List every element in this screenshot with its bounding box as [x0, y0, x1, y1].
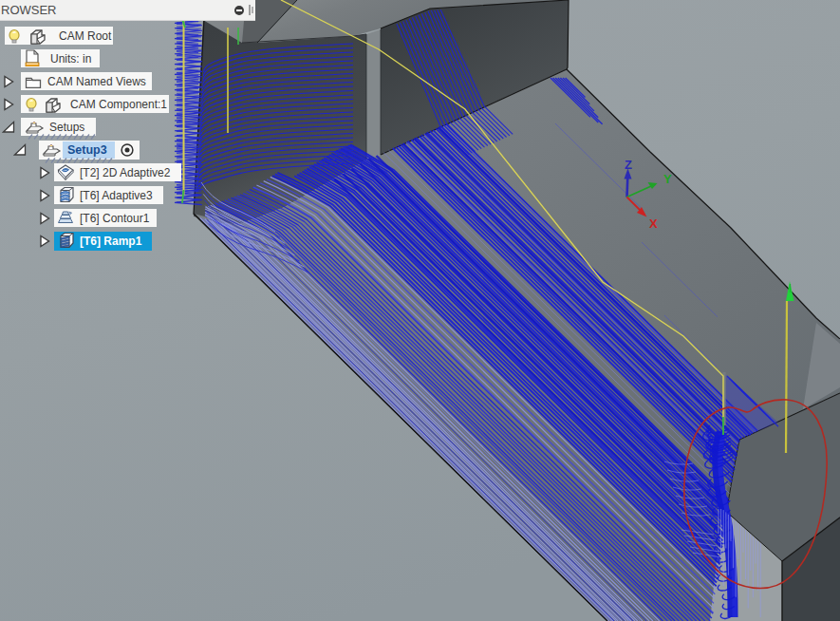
svg-text:Z: Z — [625, 158, 632, 172]
svg-text:Y: Y — [663, 172, 672, 186]
svg-text:X: X — [649, 216, 658, 231]
